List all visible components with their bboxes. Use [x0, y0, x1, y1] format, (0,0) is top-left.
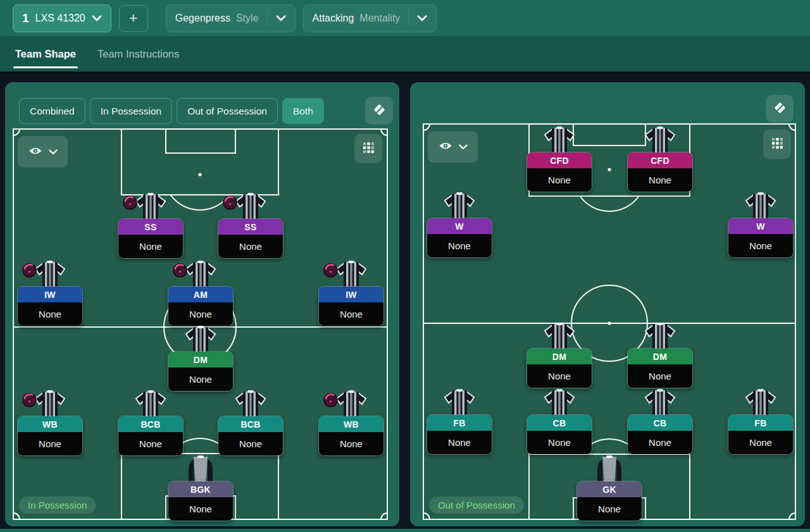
player-iw[interactable]: IWNone: [17, 261, 83, 326]
role-badge: IWNone: [318, 286, 384, 326]
player-am[interactable]: AMNone: [168, 261, 234, 326]
role-code: BCB: [118, 416, 183, 432]
role-code: DM: [628, 349, 692, 364]
team-slot-number: 1: [22, 11, 29, 25]
role-code: BGK: [168, 481, 233, 497]
role-badge: DMNone: [627, 348, 693, 388]
player-name: None: [427, 431, 492, 454]
role-code: FB: [728, 415, 793, 431]
out-of-possession-panel: Out of Possession CFDNoneCFDNoneWNoneWNo…: [410, 82, 805, 526]
player-name: None: [728, 234, 793, 257]
pitch-overlay-button[interactable]: [365, 97, 393, 125]
tilted-pitch-icon: [373, 103, 386, 119]
role-badge: IWNone: [17, 286, 83, 326]
player-cfd[interactable]: CFDNone: [526, 127, 592, 192]
role-badge: WBNone: [318, 416, 384, 456]
role-badge: CBNone: [526, 414, 592, 455]
pitch-overlay-button[interactable]: [766, 95, 794, 123]
player-name: None: [527, 168, 592, 192]
role-code: DM: [527, 349, 592, 364]
player-name: None: [577, 497, 642, 521]
add-tactic-button[interactable]: +: [119, 5, 148, 32]
player-wb[interactable]: WBNone: [318, 390, 384, 456]
view-options-dropdown[interactable]: [428, 131, 478, 163]
ball-icon: [123, 195, 137, 213]
player-name: None: [319, 302, 383, 326]
player-cfd[interactable]: CFDNone: [627, 127, 693, 192]
role-badge: AMNone: [168, 286, 234, 326]
role-badge: WBNone: [17, 416, 83, 456]
player-bcb[interactable]: BCBNone: [218, 390, 284, 456]
top-bar: 1 LXS 41320 + Gegenpress Style Attacking…: [0, 0, 810, 36]
filter-both[interactable]: Both: [282, 98, 324, 124]
player-name: None: [628, 364, 692, 388]
ball-icon: [22, 263, 37, 280]
possession-filter-group: CombinedIn PossessionOut of PossessionBo…: [19, 98, 324, 124]
player-wb[interactable]: WBNone: [17, 390, 83, 456]
tilted-pitch-icon: [773, 101, 787, 117]
view-options-dropdown[interactable]: [18, 136, 68, 168]
player-name: None: [218, 432, 283, 455]
ball-icon: [323, 263, 338, 280]
role-badge: WNone: [427, 218, 492, 258]
in-possession-panel: CombinedIn PossessionOut of PossessionBo…: [5, 82, 399, 526]
role-badge: SSNone: [118, 218, 184, 259]
player-name: None: [218, 235, 283, 258]
player-dm[interactable]: DMNone: [168, 326, 234, 392]
player-bcb[interactable]: BCBNone: [118, 390, 184, 456]
formation-grid-button[interactable]: [763, 130, 791, 159]
out-of-possession-pitch: Out of Possession CFDNoneCFDNoneWNoneWNo…: [423, 123, 796, 520]
footer-strip: [0, 529, 810, 532]
mentality-dropdown[interactable]: Attacking Mentality: [303, 4, 437, 32]
player-name: None: [628, 168, 692, 192]
player-dm[interactable]: DMNone: [526, 323, 592, 388]
player-ss[interactable]: SSNone: [118, 193, 184, 259]
formation-grid-button[interactable]: [354, 134, 382, 163]
divider: [408, 11, 409, 26]
role-code: GK: [577, 481, 642, 497]
player-gk[interactable]: GKNone: [576, 455, 642, 521]
role-badge: CBNone: [627, 414, 693, 455]
pitch-phase-label: In Possession: [19, 497, 96, 514]
player-fb[interactable]: FBNone: [728, 389, 794, 455]
role-code: WB: [319, 416, 383, 432]
chevron-down-icon: [459, 141, 468, 152]
role-badge: GKNone: [576, 481, 642, 521]
mentality-value: Attacking: [313, 13, 354, 24]
role-code: CB: [527, 415, 592, 431]
role-badge: CFDNone: [627, 152, 693, 192]
role-badge: FBNone: [728, 414, 794, 455]
style-dropdown[interactable]: Gegenpress Style: [166, 4, 296, 32]
player-name: None: [168, 368, 233, 391]
role-code: W: [427, 218, 492, 234]
player-cb[interactable]: CBNone: [526, 389, 592, 455]
divider: [267, 11, 268, 26]
role-badge: SSNone: [218, 218, 284, 259]
role-badge: FBNone: [427, 414, 492, 455]
role-code: CFD: [628, 152, 692, 168]
chevron-down-icon: [276, 13, 286, 24]
player-name: None: [628, 431, 692, 454]
ball-icon: [223, 195, 237, 213]
filter-combined[interactable]: Combined: [19, 98, 85, 124]
player-w[interactable]: WNone: [728, 192, 794, 258]
role-code: CFD: [527, 152, 592, 168]
filter-out-of-possession[interactable]: Out of Possession: [177, 98, 278, 124]
tab-team-instructions[interactable]: Team Instructions: [97, 36, 179, 71]
player-cb[interactable]: CBNone: [627, 389, 693, 455]
player-bgk[interactable]: BGKNone: [168, 455, 234, 521]
player-name: None: [427, 234, 492, 257]
player-ss[interactable]: SSNone: [218, 193, 284, 259]
filter-in-possession[interactable]: In Possession: [90, 98, 173, 124]
player-fb[interactable]: FBNone: [427, 389, 492, 455]
player-name: None: [18, 432, 82, 455]
in-possession-pitch: In Possession SSNoneSSNoneIWNoneAMNoneIW…: [13, 128, 388, 520]
chevron-down-icon: [417, 13, 427, 24]
player-w[interactable]: WNone: [427, 192, 492, 258]
team-selector-dropdown[interactable]: 1 LXS 41320: [13, 4, 111, 32]
role-badge: DMNone: [526, 348, 592, 388]
tab-team-shape[interactable]: Team Shape: [15, 36, 76, 71]
role-badge: WNone: [728, 218, 794, 258]
player-dm[interactable]: DMNone: [627, 323, 693, 388]
player-iw[interactable]: IWNone: [318, 261, 384, 326]
